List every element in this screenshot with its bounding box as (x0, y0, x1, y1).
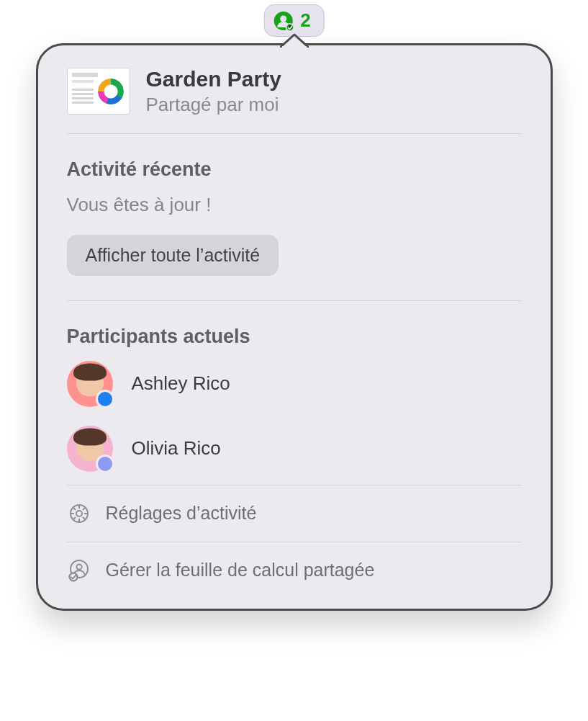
popover-arrow (280, 33, 309, 48)
participant-name: Ashley Rico (132, 372, 230, 395)
gear-icon (67, 501, 91, 526)
document-thumbnail (67, 68, 130, 115)
svg-point-2 (286, 23, 293, 30)
svg-line-11 (73, 517, 76, 520)
svg-point-1 (280, 15, 286, 22)
divider (67, 300, 522, 301)
collaboration-popover: Garden Party Partagé par moi Activité ré… (36, 43, 553, 611)
divider (67, 133, 522, 134)
participant-row[interactable]: Ashley Rico (67, 361, 522, 407)
svg-line-9 (73, 507, 76, 510)
svg-point-14 (76, 564, 81, 569)
avatar (67, 361, 113, 407)
activity-settings-label: Réglages d’activité (106, 503, 257, 524)
manage-shared-spreadsheet-label: Gérer la feuille de calcul partagée (106, 560, 375, 581)
activity-settings-row[interactable]: Réglages d’activité (38, 485, 551, 542)
document-shared-by: Partagé par moi (146, 94, 281, 116)
participant-row[interactable]: Olivia Rico (67, 426, 522, 472)
recent-activity-heading: Activité récente (67, 158, 522, 181)
show-all-activity-button[interactable]: Afficher toute l’activité (67, 235, 279, 276)
document-header[interactable]: Garden Party Partagé par moi (38, 67, 551, 133)
presence-badge (96, 454, 114, 473)
document-title: Garden Party (146, 67, 281, 92)
svg-line-10 (83, 517, 86, 520)
collaborator-count: 2 (300, 9, 310, 32)
participant-name: Olivia Rico (132, 437, 221, 460)
collaborate-button[interactable]: 2 (263, 4, 324, 37)
manage-share-icon (67, 558, 91, 583)
avatar (67, 426, 113, 472)
collaborator-icon (273, 11, 293, 31)
svg-line-12 (83, 507, 86, 510)
presence-badge (96, 390, 114, 408)
recent-activity-status: Vous êtes à jour ! (67, 194, 522, 216)
svg-point-4 (76, 511, 82, 516)
participants-heading: Participants actuels (67, 326, 522, 348)
manage-shared-spreadsheet-row[interactable]: Gérer la feuille de calcul partagée (38, 542, 551, 587)
